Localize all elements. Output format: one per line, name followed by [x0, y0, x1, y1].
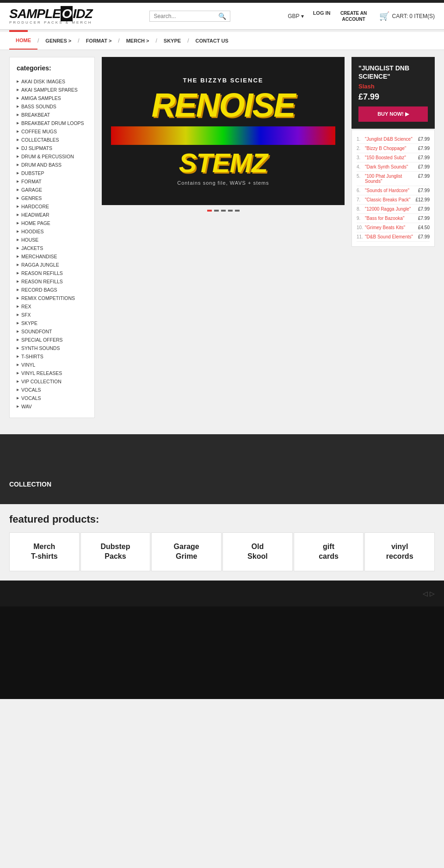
sidebar-item[interactable]: SKYPE — [17, 319, 87, 327]
sidebar-item[interactable]: AKAI DISK IMAGES — [17, 77, 87, 86]
sidebar: categories: AKAI DISK IMAGESAKAI SAMPLER… — [9, 57, 95, 418]
sidebar-item[interactable]: DJ SLIPMATS — [17, 144, 87, 152]
track-name[interactable]: "Junglist D&B Science" — [365, 137, 418, 142]
sidebar-item[interactable]: BREAKBEAT DRUM LOOPS — [17, 119, 87, 127]
sidebar-item[interactable]: BASS SOUNDS — [17, 102, 87, 111]
search-icon[interactable]: 🔍 — [218, 12, 226, 20]
nav-genres[interactable]: GENRES > — [39, 32, 78, 49]
track-price: £7.99 — [418, 146, 430, 151]
sidebar-item[interactable]: HARDCORE — [17, 202, 87, 211]
banner-dots — [102, 210, 345, 212]
sidebar-item[interactable]: AKAI SAMPLER SPARES — [17, 86, 87, 94]
featured-item[interactable]: Garage Grime — [151, 532, 222, 571]
sidebar-item[interactable]: HOUSE — [17, 236, 87, 244]
sidebar-item[interactable]: VOCALS — [17, 386, 87, 394]
header-center: 🔍 — [149, 11, 230, 22]
login-link[interactable]: LOG IN — [313, 10, 331, 22]
track-num: 1. — [357, 137, 365, 142]
sidebar-item[interactable]: VIP COLLECTION — [17, 377, 87, 386]
sidebar-item[interactable]: WAV — [17, 402, 87, 411]
track-name[interactable]: "Dark Synth Sounds" — [365, 164, 418, 169]
track-price: £4.50 — [418, 225, 430, 230]
sidebar-item[interactable]: SOUNDFONT — [17, 327, 87, 336]
sidebar-item[interactable]: HOODIES — [17, 227, 87, 236]
track-price: £7.99 — [418, 188, 430, 193]
track-name[interactable]: "12000 Ragga Jungle" — [365, 206, 418, 212]
track-num: 9. — [357, 216, 365, 221]
sidebar-item[interactable]: DUBSTEP — [17, 169, 87, 177]
banner-dot-4[interactable] — [228, 210, 233, 212]
scroll-arrows[interactable]: ◁ ▷ — [423, 590, 435, 597]
sidebar-item[interactable]: SYNTH SOUNDS — [17, 344, 87, 352]
sidebar-item[interactable]: VINYL — [17, 361, 87, 369]
track-name[interactable]: "Bizzy B Choppage" — [365, 146, 418, 151]
banner-dot-5[interactable] — [235, 210, 240, 212]
sidebar-item[interactable]: RAGGA JUNGLE — [17, 261, 87, 269]
banner-dot-1[interactable] — [207, 210, 212, 212]
sidebar-list: AKAI DISK IMAGESAKAI SAMPLER SPARESAMIGA… — [17, 77, 87, 411]
featured-products-title: featured products: — [9, 513, 435, 525]
sidebar-item[interactable]: JACKETS — [17, 244, 87, 252]
sidebar-item[interactable]: SFX — [17, 311, 87, 319]
track-name[interactable]: "150 Boosted Subz" — [365, 155, 418, 160]
sidebar-item[interactable]: DRUM AND BASS — [17, 161, 87, 169]
featured-item[interactable]: Old Skool — [222, 532, 293, 571]
banner-dot-2[interactable] — [214, 210, 219, 212]
sidebar-item[interactable]: GENRES — [17, 194, 87, 202]
track-item: 7. "Classic Breaks Pack" £12.99 — [357, 195, 430, 205]
sidebar-item[interactable]: COLLECTABLES — [17, 136, 87, 144]
sidebar-item[interactable]: BREAKBEAT — [17, 111, 87, 119]
product-artist: Slash — [358, 83, 428, 90]
sidebar-item[interactable]: SPECIAL OFFERS — [17, 336, 87, 344]
track-price: £12.99 — [415, 197, 430, 202]
sidebar-item[interactable]: COFFEE MUGS — [17, 127, 87, 136]
featured-item[interactable]: Dubstep Packs — [80, 532, 151, 571]
track-num: 10. — [357, 225, 365, 230]
sidebar-item[interactable]: REASON REFILLS — [17, 269, 87, 277]
header: SAMPLEOIDZ PRODUCER PACKS & MERCH 🔍 GBP … — [0, 3, 444, 30]
nav-home[interactable]: HOME — [9, 32, 37, 50]
track-name[interactable]: "100 Phat Junglist Sounds" — [365, 174, 418, 184]
featured-item[interactable]: Merch T-shirts — [9, 532, 80, 571]
sidebar-item[interactable]: REX — [17, 302, 87, 311]
nav-format[interactable]: FORMAT > — [80, 32, 118, 49]
featured-item[interactable]: gift cards — [294, 532, 364, 571]
auth-links: LOG IN CREATE AN ACCOUNT — [313, 10, 370, 22]
sidebar-item[interactable]: HOME PAGE — [17, 219, 87, 227]
sidebar-item[interactable]: VOCALS — [17, 394, 87, 402]
nav-contact[interactable]: CONTACT US — [189, 32, 234, 49]
nav-merch[interactable]: MERCH > — [120, 32, 156, 49]
create-account-link[interactable]: CREATE AN ACCOUNT — [338, 10, 370, 22]
track-name[interactable]: "Bass for Bazooka" — [365, 216, 418, 221]
track-name[interactable]: "Grimey Beats Kits" — [365, 225, 418, 230]
sidebar-item[interactable]: REMIX COMPETITIONS — [17, 294, 87, 302]
search-input[interactable] — [154, 13, 218, 19]
sidebar-item[interactable]: AMIGA SAMPLES — [17, 94, 87, 102]
track-name[interactable]: "Sounds of Hardcore" — [365, 188, 418, 193]
sidebar-item[interactable]: MERCHANDISE — [17, 252, 87, 261]
currency-selector[interactable]: GBP ▾ — [288, 13, 303, 19]
featured-item[interactable]: vinyl records — [364, 532, 435, 571]
sidebar-item[interactable]: VINYL RELEASES — [17, 369, 87, 377]
track-item: 3. "150 Boosted Subz" £7.99 — [357, 153, 430, 162]
track-name[interactable]: "Classic Breaks Pack" — [365, 197, 415, 202]
sidebar-item[interactable]: RECORD BAGS — [17, 286, 87, 294]
logo[interactable]: SAMPLEOIDZ — [9, 7, 92, 20]
footer-dark — [0, 434, 444, 471]
track-price: £7.99 — [418, 234, 430, 239]
banner-dot-3[interactable] — [221, 210, 226, 212]
sidebar-item[interactable]: DRUM & PERCUSSION — [17, 152, 87, 161]
track-item: 8. "12000 Ragga Jungle" £7.99 — [357, 205, 430, 214]
sidebar-item[interactable]: FORMAT — [17, 177, 87, 186]
sidebar-item[interactable]: GARAGE — [17, 186, 87, 194]
sidebar-item[interactable]: HEADWEAR — [17, 211, 87, 219]
header-right: GBP ▾ LOG IN CREATE AN ACCOUNT 🛒 CART: 0… — [288, 10, 435, 22]
track-price: £7.99 — [418, 137, 430, 142]
track-num: 11. — [357, 234, 365, 239]
nav-skype[interactable]: SKYPE — [157, 32, 187, 49]
sidebar-item[interactable]: T-SHIRTS — [17, 352, 87, 361]
track-name[interactable]: "D&B Sound Elements" — [365, 234, 418, 239]
cart-area[interactable]: 🛒 CART: 0 ITEM(S) — [379, 11, 435, 21]
buy-now-button[interactable]: BUY NOW! ▶ — [358, 106, 428, 122]
sidebar-item[interactable]: REASON REFILLS — [17, 277, 87, 286]
